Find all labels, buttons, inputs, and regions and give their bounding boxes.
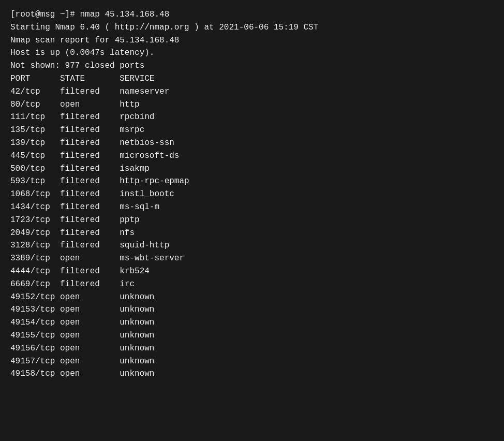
terminal-line-5: PORT STATE SERVICE: [10, 72, 494, 85]
terminal-line-8: 111/tcp filtered rpcbind: [10, 111, 494, 124]
terminal-line-25: 49155/tcp open unknown: [10, 329, 494, 342]
command-prompt: [root@msg ~]# nmap 45.134.168.48: [10, 8, 494, 21]
terminal-line-17: 2049/tcp filtered nfs: [10, 227, 494, 240]
terminal-line-11: 445/tcp filtered microsoft-ds: [10, 150, 494, 163]
terminal-line-24: 49154/tcp open unknown: [10, 316, 494, 329]
terminal-line-16: 1723/tcp filtered pptp: [10, 214, 494, 227]
terminal-line-27: 49157/tcp open unknown: [10, 355, 494, 368]
terminal-line-23: 49153/tcp open unknown: [10, 303, 494, 316]
terminal-line-9: 135/tcp filtered msrpc: [10, 124, 494, 137]
terminal-line-15: 1434/tcp filtered ms-sql-m: [10, 201, 494, 214]
terminal-line-6: 42/tcp filtered nameserver: [10, 85, 494, 98]
terminal-line-28: 49158/tcp open unknown: [10, 368, 494, 380]
terminal-line-26: 49156/tcp open unknown: [10, 342, 494, 355]
terminal-line-4: Not shown: 977 closed ports: [10, 60, 494, 72]
terminal-line-2: Nmap scan report for 45.134.168.48: [10, 34, 494, 47]
terminal-line-7: 80/tcp open http: [10, 98, 494, 111]
terminal-line-14: 1068/tcp filtered instl_bootc: [10, 188, 494, 201]
terminal-line-22: 49152/tcp open unknown: [10, 291, 494, 304]
terminal-line-12: 500/tcp filtered isakmp: [10, 163, 494, 175]
terminal-window: [root@msg ~]# nmap 45.134.168.48 Startin…: [10, 8, 494, 380]
terminal-line-1: Starting Nmap 6.40 ( http://nmap.org ) a…: [10, 21, 494, 34]
terminal-line-13: 593/tcp filtered http-rpc-epmap: [10, 175, 494, 188]
terminal-output: Starting Nmap 6.40 ( http://nmap.org ) a…: [10, 21, 494, 380]
terminal-line-20: 4444/tcp filtered krb524: [10, 265, 494, 278]
terminal-line-3: Host is up (0.0047s latency).: [10, 47, 494, 60]
terminal-line-10: 139/tcp filtered netbios-ssn: [10, 137, 494, 150]
terminal-line-21: 6669/tcp filtered irc: [10, 278, 494, 291]
terminal-line-19: 3389/tcp open ms-wbt-server: [10, 252, 494, 265]
terminal-line-18: 3128/tcp filtered squid-http: [10, 239, 494, 252]
